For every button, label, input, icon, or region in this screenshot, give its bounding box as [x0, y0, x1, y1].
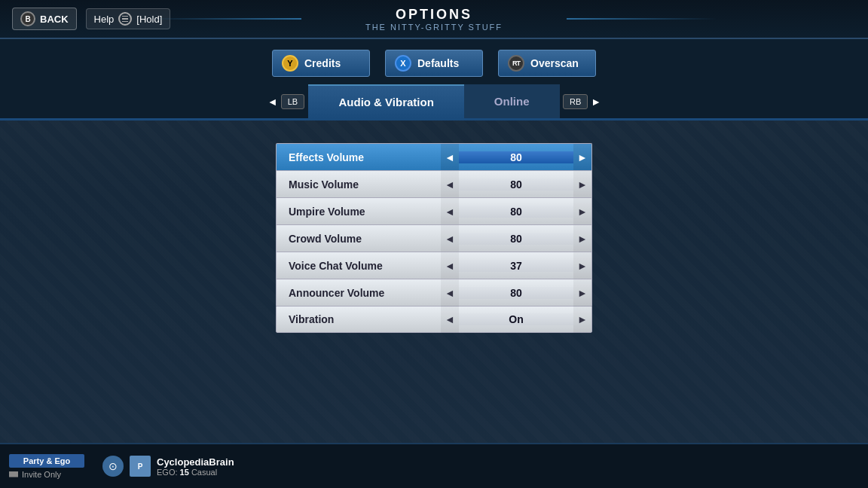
- setting-name-music-volume: Music Volume: [277, 178, 441, 191]
- nav-right-arrow[interactable]: RB: [560, 84, 605, 118]
- setting-control-announcer-volume: ◄ 80 ►: [441, 279, 591, 307]
- header-bar: B BACK Help [Hold] OPTIONS THE NITTY-GRI…: [0, 0, 868, 39]
- setting-row-umpire-volume[interactable]: Umpire Volume ◄ 80 ►: [276, 197, 592, 224]
- increase-umpire-volume[interactable]: ►: [573, 198, 591, 225]
- rt-button-icon: RT: [508, 55, 524, 72]
- decrease-announcer-volume[interactable]: ◄: [441, 279, 459, 307]
- decrease-vibration[interactable]: ◄: [441, 306, 459, 333]
- setting-value-music-volume: 80: [459, 178, 573, 191]
- invite-icon: [9, 471, 18, 477]
- back-button[interactable]: B BACK: [12, 8, 77, 30]
- increase-voice-chat-volume[interactable]: ►: [573, 252, 591, 279]
- right-arrow-icon: [591, 95, 601, 108]
- invite-text: Invite Only: [22, 470, 61, 479]
- setting-control-voice-chat-volume: ◄ 37 ►: [441, 252, 591, 279]
- setting-control-umpire-volume: ◄ 80 ►: [441, 198, 591, 225]
- y-button-icon: Y: [282, 55, 298, 72]
- invite-label: Invite Only: [9, 470, 84, 479]
- player-section: ⊙ P CyclopediaBrain EGO: 15 Casual: [102, 456, 234, 477]
- setting-value-voice-chat-volume: 37: [459, 260, 573, 272]
- setting-row-vibration[interactable]: Vibration ◄ On ►: [276, 306, 592, 333]
- setting-row-crowd-volume[interactable]: Crowd Volume ◄ 80 ►: [276, 224, 592, 252]
- player-info: CyclopediaBrain EGO: 15 Casual: [157, 456, 234, 477]
- settings-list: Effects Volume ◄ 80 ► Music Volume ◄ 80 …: [276, 143, 592, 333]
- setting-value-effects-volume: 80: [459, 151, 573, 163]
- back-label: BACK: [40, 14, 69, 25]
- setting-name-vibration: Vibration: [277, 313, 441, 325]
- menu-icon: [118, 12, 132, 26]
- ego-value: 15: [180, 468, 189, 477]
- header-line-right: [567, 18, 717, 20]
- setting-control-crowd-volume: ◄ 80 ►: [441, 225, 591, 252]
- credits-label: Credits: [304, 57, 341, 69]
- defaults-button[interactable]: X Defaults: [385, 50, 483, 77]
- decrease-effects-volume[interactable]: ◄: [441, 144, 459, 171]
- tab-online-label: Online: [494, 95, 530, 108]
- increase-music-volume[interactable]: ►: [573, 171, 591, 198]
- overscan-button[interactable]: RT Overscan: [498, 50, 596, 77]
- setting-row-voice-chat-volume[interactable]: Voice Chat Volume ◄ 37 ►: [276, 252, 592, 279]
- setting-row-effects-volume[interactable]: Effects Volume ◄ 80 ►: [276, 143, 592, 170]
- page-title: OPTIONS: [365, 7, 503, 23]
- lb-button[interactable]: LB: [281, 94, 304, 109]
- increase-effects-volume[interactable]: ►: [573, 144, 591, 171]
- x-button-icon: X: [395, 55, 411, 72]
- setting-name-voice-chat-volume: Voice Chat Volume: [277, 260, 441, 272]
- setting-value-announcer-volume: 80: [459, 287, 573, 299]
- setting-name-announcer-volume: Announcer Volume: [277, 287, 441, 299]
- avatar: P: [130, 456, 151, 477]
- header-line-left: [151, 18, 301, 20]
- header-left: B BACK Help [Hold]: [12, 8, 170, 30]
- header-title: OPTIONS THE NITTY-GRITTY STUFF: [365, 7, 503, 32]
- overscan-label: Overscan: [530, 57, 579, 69]
- nav-left-arrow[interactable]: LB: [263, 84, 308, 118]
- setting-value-crowd-volume: 80: [459, 233, 573, 245]
- increase-announcer-volume[interactable]: ►: [573, 279, 591, 307]
- nav-tabs: Audio & Vibration Online: [308, 84, 559, 118]
- decrease-voice-chat-volume[interactable]: ◄: [441, 252, 459, 279]
- help-label: Help: [94, 14, 115, 25]
- rb-button[interactable]: RB: [563, 94, 588, 109]
- party-section: Party & Ego Invite Only: [9, 454, 84, 479]
- increase-crowd-volume[interactable]: ►: [573, 225, 591, 252]
- bottom-bar: Party & Ego Invite Only ⊙ P CyclopediaBr…: [0, 443, 868, 488]
- ego-label: EGO:: [157, 468, 178, 477]
- tab-online[interactable]: Online: [464, 84, 560, 118]
- player-name: CyclopediaBrain: [157, 456, 234, 468]
- setting-value-vibration: On: [459, 313, 573, 325]
- player-ego: EGO: 15 Casual: [157, 468, 234, 477]
- decrease-umpire-volume[interactable]: ◄: [441, 198, 459, 225]
- setting-value-umpire-volume: 80: [459, 206, 573, 218]
- page-subtitle: THE NITTY-GRITTY STUFF: [365, 23, 503, 32]
- setting-name-umpire-volume: Umpire Volume: [277, 206, 441, 218]
- decrease-music-volume[interactable]: ◄: [441, 171, 459, 198]
- lb-label: LB: [288, 97, 298, 106]
- setting-control-effects-volume: ◄ 80 ►: [441, 144, 591, 171]
- nav-bar: LB Audio & Vibration Online RB: [0, 84, 868, 120]
- setting-control-vibration: ◄ On ►: [441, 306, 591, 333]
- setting-row-music-volume[interactable]: Music Volume ◄ 80 ►: [276, 170, 592, 197]
- top-buttons-bar: Y Credits X Defaults RT Overscan: [0, 39, 868, 84]
- tab-audio-label: Audio & Vibration: [338, 96, 433, 108]
- tab-audio-vibration[interactable]: Audio & Vibration: [308, 84, 463, 118]
- ego-level: Casual: [191, 468, 217, 477]
- increase-vibration[interactable]: ►: [573, 306, 591, 333]
- player-status-icon: ⊙: [102, 456, 124, 477]
- setting-name-crowd-volume: Crowd Volume: [277, 233, 441, 245]
- b-button-icon: B: [20, 11, 35, 26]
- setting-control-music-volume: ◄ 80 ►: [441, 171, 591, 198]
- credits-button[interactable]: Y Credits: [272, 50, 370, 77]
- rb-label: RB: [570, 97, 581, 106]
- setting-name-effects-volume: Effects Volume: [277, 151, 441, 163]
- setting-row-announcer-volume[interactable]: Announcer Volume ◄ 80 ►: [276, 279, 592, 306]
- defaults-label: Defaults: [417, 57, 459, 69]
- left-arrow-icon: [267, 95, 278, 108]
- decrease-crowd-volume[interactable]: ◄: [441, 225, 459, 252]
- main-content: Effects Volume ◄ 80 ► Music Volume ◄ 80 …: [0, 120, 868, 445]
- party-label: Party & Ego: [9, 454, 84, 468]
